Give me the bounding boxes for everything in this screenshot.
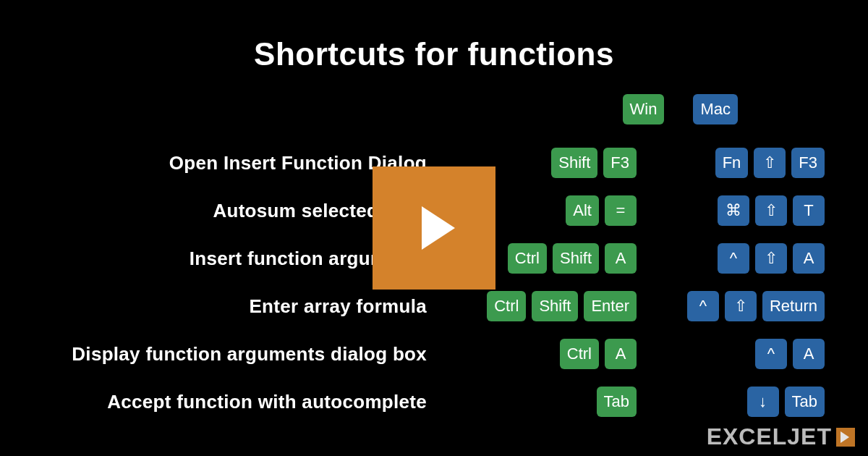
win-keys: Ctrl Shift A (508, 243, 637, 274)
key-f3: F3 (791, 148, 825, 178)
brand-text: EXCELJET (707, 423, 832, 450)
key-tab: Tab (597, 387, 637, 417)
key-control-icon: ^ (687, 291, 719, 321)
column-headers: Win Mac (43, 94, 825, 124)
key-control-icon: ^ (755, 339, 787, 369)
win-keys: Ctrl Shift Enter (487, 291, 637, 321)
key-a: A (605, 339, 637, 369)
shortcut-label: Accept function with autocomplete (43, 391, 448, 413)
mac-keys: Fn ⇧ F3 (715, 148, 825, 178)
key-command-icon: ⌘ (718, 195, 749, 226)
mac-keys: ^ ⇧ Return (687, 291, 825, 321)
key-shift-icon: ⇧ (754, 148, 786, 178)
key-tab: Tab (785, 387, 825, 417)
mac-column-header: Mac (693, 94, 738, 124)
key-ctrl: Ctrl (560, 339, 599, 369)
key-shift-icon: ⇧ (755, 195, 787, 226)
key-ctrl: Ctrl (487, 291, 526, 321)
mac-keys: ⌘ ⇧ T (718, 195, 825, 226)
play-button[interactable] (373, 166, 495, 290)
key-shift: Shift (551, 148, 597, 178)
mac-keys: ↓ Tab (747, 387, 825, 417)
key-a: A (793, 339, 825, 369)
key-down-arrow-icon: ↓ (747, 387, 779, 417)
key-equals: = (605, 195, 637, 226)
win-keys: Ctrl A (560, 339, 637, 369)
shortcut-row: Accept function with autocomplete Tab ↓ … (43, 385, 825, 418)
key-f3: F3 (603, 148, 637, 178)
key-a: A (605, 243, 637, 274)
key-shift: Shift (553, 243, 599, 274)
shortcut-label: Display function arguments dialog box (43, 343, 448, 366)
brand-logo: EXCELJET (707, 423, 855, 450)
key-shift-icon: ⇧ (755, 243, 787, 274)
key-return: Return (762, 291, 825, 321)
shortcut-label: Enter array formula (43, 295, 448, 318)
brand-mark-icon (836, 428, 855, 447)
shortcut-row: Enter array formula Ctrl Shift Enter ^ ⇧… (43, 290, 825, 323)
key-control-icon: ^ (718, 243, 749, 274)
key-shift: Shift (532, 291, 578, 321)
shortcut-row: Display function arguments dialog box Ct… (43, 337, 825, 371)
key-fn: Fn (715, 148, 749, 178)
key-a: A (793, 243, 825, 274)
mac-keys: ^ A (755, 339, 825, 369)
play-icon (422, 206, 455, 250)
key-shift-icon: ⇧ (725, 291, 757, 321)
key-enter: Enter (584, 291, 637, 321)
win-column-header: Win (623, 94, 665, 124)
win-keys: Shift F3 (551, 148, 637, 178)
mac-keys: ^ ⇧ A (718, 243, 825, 274)
page-title: Shortcuts for functions (0, 0, 868, 94)
win-keys: Alt = (566, 195, 637, 226)
win-keys: Tab (597, 387, 637, 417)
key-alt: Alt (566, 195, 599, 226)
key-t: T (793, 195, 825, 226)
key-ctrl: Ctrl (508, 243, 547, 274)
